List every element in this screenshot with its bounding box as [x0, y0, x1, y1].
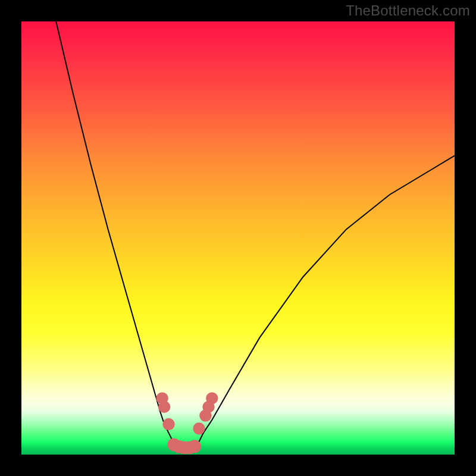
- chart-svg: [21, 21, 455, 455]
- plot-area: [21, 21, 455, 455]
- right-curve-path: [195, 156, 455, 446]
- marker-dot: [158, 401, 170, 413]
- trough-bead: [188, 440, 201, 453]
- marker-dot: [193, 422, 205, 434]
- frame: TheBottleneck.com: [0, 0, 476, 476]
- left-curve-path: [56, 21, 177, 446]
- marker-dot: [206, 392, 218, 404]
- markers-group: [156, 392, 218, 434]
- trough-beads-group: [167, 438, 201, 454]
- watermark-text: TheBottleneck.com: [346, 2, 470, 19]
- marker-dot: [162, 418, 174, 430]
